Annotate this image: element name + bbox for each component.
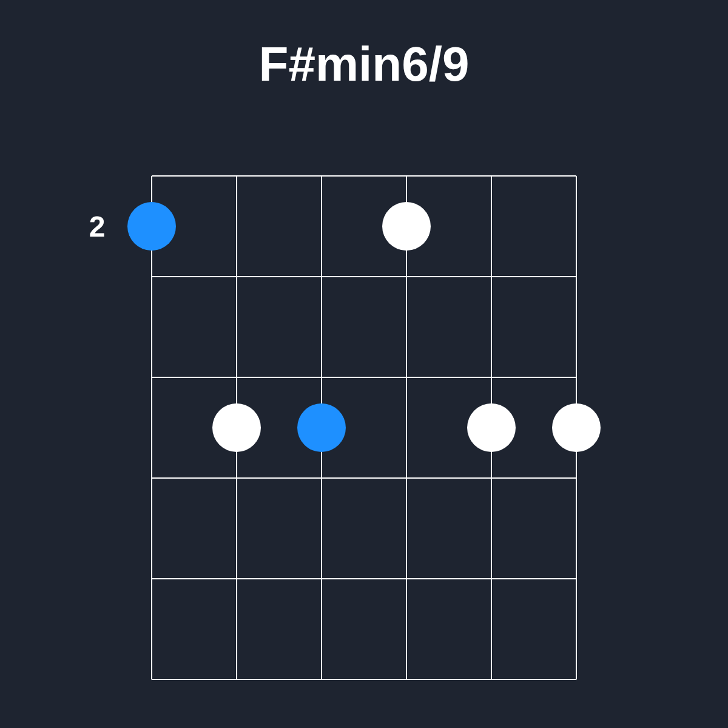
start-fret-label: 2 bbox=[89, 210, 106, 243]
note-dot bbox=[212, 403, 261, 452]
note-dot-root bbox=[127, 202, 176, 251]
fretboard-svg bbox=[0, 0, 728, 728]
note-dot bbox=[552, 403, 601, 452]
chord-diagram: F#min6/9 2 bbox=[0, 0, 728, 728]
note-dot bbox=[382, 202, 431, 251]
note-dot bbox=[467, 403, 516, 452]
note-dot-root bbox=[297, 403, 346, 452]
